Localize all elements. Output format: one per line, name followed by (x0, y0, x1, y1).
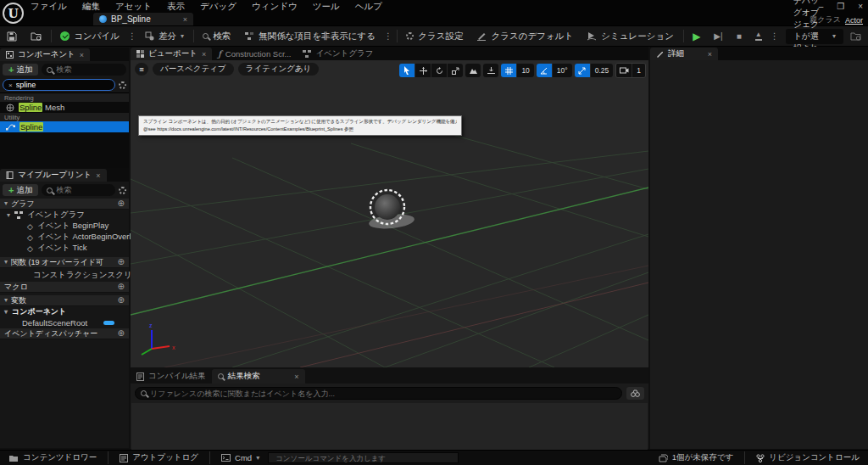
find-results-search-input[interactable] (150, 389, 616, 398)
menu-file[interactable]: ファイル (31, 1, 67, 13)
menu-window[interactable]: ウィンドウ (252, 1, 298, 13)
section-event-dispatchers[interactable]: イベントディスパッチャー ⊕ (0, 328, 129, 339)
tab-find-results[interactable]: 結果検索 × (212, 369, 305, 384)
my-blueprint-search[interactable] (42, 184, 115, 196)
select-tool-button[interactable] (399, 64, 415, 77)
viewport-menu-button[interactable]: ≡ (135, 63, 148, 76)
camera-speed-button[interactable] (616, 64, 632, 77)
browse-debug-object-button[interactable] (843, 26, 868, 46)
scale-snap-toggle-button[interactable] (575, 64, 590, 77)
tab-compile-results[interactable]: コンパイル結果 (131, 369, 212, 384)
camera-speed-value[interactable]: 1 (632, 64, 645, 77)
perspective-dropdown[interactable]: パースペクティブ (153, 63, 234, 76)
frame-skip-button[interactable]: ▶| (707, 26, 729, 46)
tab-components[interactable]: コンポーネント × (0, 48, 90, 61)
add-variable-button[interactable]: ⊕ (118, 296, 125, 305)
close-window-button[interactable]: × (858, 2, 863, 11)
section-variables[interactable]: ▾ 変数 ⊕ (0, 295, 129, 306)
revision-control-button[interactable]: リビジョンコントロール (748, 452, 868, 463)
menu-view[interactable]: 表示 (167, 1, 185, 13)
world-local-toggle-button[interactable] (465, 64, 481, 77)
play-button[interactable]: ▶ (686, 26, 707, 46)
add-blueprint-item-button[interactable]: + 追加 (3, 184, 38, 196)
class-settings-button[interactable]: クラス設定 (399, 26, 470, 46)
menu-edit[interactable]: 編集 (82, 1, 100, 13)
tree-item-event-graph[interactable]: ▾ イベントグラフ (0, 210, 129, 221)
menu-help[interactable]: ヘルプ (355, 1, 382, 13)
output-log-button[interactable]: アウトプットログ (111, 451, 207, 465)
grid-snap-value[interactable]: 10 (517, 64, 533, 77)
hide-unrelated-button[interactable]: 無関係な項目を非表示にする (237, 26, 382, 46)
close-icon[interactable]: × (96, 171, 100, 180)
console-command-field[interactable] (268, 452, 459, 463)
surface-snap-button[interactable] (483, 64, 498, 77)
play-options-button[interactable]: ⋮ (769, 31, 781, 41)
add-macro-button[interactable]: ⊕ (118, 283, 125, 291)
tree-item-event-beginplay[interactable]: ◇ イベント BeginPlay (0, 221, 129, 232)
maximize-button[interactable]: ❐ (837, 2, 844, 11)
stop-button[interactable]: ■ (730, 26, 748, 46)
close-icon[interactable]: × (183, 15, 187, 24)
simulation-button[interactable]: シミュレーション (580, 26, 681, 46)
add-function-button[interactable]: ⊕ (118, 258, 125, 266)
scale-snap-value[interactable]: 0.25 (591, 64, 614, 77)
add-component-button[interactable]: + 追加 (3, 64, 38, 76)
compile-button[interactable]: コンパイル (53, 26, 126, 46)
tab-event-graph[interactable]: イベントグラフ (297, 48, 379, 60)
view-mode-dropdown[interactable]: ライティングあり (238, 63, 320, 76)
tree-item-default-scene-root[interactable]: DefaultSceneRoot (0, 317, 129, 328)
find-results-search[interactable] (135, 387, 622, 400)
component-class-filter[interactable]: × (3, 79, 115, 91)
tree-item-event-tick[interactable]: ◇ イベント Tick (0, 243, 129, 254)
content-drawer-button[interactable]: コンテンツドロワー (0, 451, 105, 465)
my-blueprint-settings-gear-icon[interactable] (119, 187, 126, 194)
close-icon[interactable]: × (708, 50, 712, 59)
move-tool-button[interactable] (415, 64, 431, 77)
component-class-filter-input[interactable] (16, 81, 109, 89)
debug-object-dropdown[interactable]: デバッグオブジェクトが選択されていません ▾ (786, 29, 843, 44)
console-command-input[interactable] (274, 453, 453, 463)
tab-construction-script[interactable]: ƒ Construction Scr... (212, 48, 297, 60)
compile-options-button[interactable]: ⋮ (126, 31, 138, 41)
clear-filter-icon[interactable]: × (8, 81, 13, 89)
tree-item-event-actorbeginoverlap[interactable]: ◇ イベント ActorBeginOverlap (0, 232, 129, 243)
add-dispatcher-button[interactable]: ⊕ (118, 329, 125, 338)
menu-debug[interactable]: デバッグ (200, 1, 236, 13)
close-icon[interactable]: × (80, 51, 84, 59)
tab-viewport[interactable]: ビューポート × (131, 48, 212, 60)
browse-to-asset-button[interactable] (24, 26, 48, 46)
component-option-spline[interactable]: Spline (0, 121, 129, 132)
tab-details[interactable]: 詳細 × (650, 48, 718, 60)
section-functions[interactable]: ▾ 関数 (19 オーバーライド可 ⊕ (0, 257, 129, 268)
hide-unrelated-options-button[interactable]: ⋮ (382, 31, 394, 41)
tree-item-construction-script[interactable]: コンストラクションスクリプト (0, 268, 129, 282)
components-search[interactable] (42, 64, 126, 76)
class-defaults-button[interactable]: クラスのデフォルト (470, 26, 580, 46)
rotate-tool-button[interactable] (431, 64, 447, 77)
add-graph-button[interactable]: ⊕ (118, 199, 125, 208)
cmd-dropdown[interactable]: Cmd ▾ (213, 451, 268, 465)
menu-tools[interactable]: ツール (313, 1, 340, 13)
rotation-snap-toggle-button[interactable] (537, 64, 552, 77)
my-blueprint-search-input[interactable] (56, 186, 110, 194)
section-graphs[interactable]: ▾ グラフ ⊕ (0, 199, 129, 210)
tab-my-blueprint[interactable]: マイブループリント × (0, 169, 107, 182)
menu-asset[interactable]: アセット (115, 1, 152, 13)
close-icon[interactable]: × (202, 50, 206, 59)
viewport-3d[interactable]: x z ≡ パースペクティブ ライティングあり (131, 60, 648, 367)
parent-class-link[interactable]: Actor (845, 16, 863, 25)
unsaved-assets-button[interactable]: 1個が未保存です (650, 452, 742, 463)
components-search-input[interactable] (56, 65, 121, 74)
eject-button[interactable]: ▲ (748, 26, 769, 46)
save-button[interactable] (0, 26, 24, 46)
variable-category-components[interactable]: ▾ コンポーネント (0, 306, 129, 317)
close-icon[interactable]: × (294, 373, 298, 381)
filter-settings-gear-icon[interactable] (119, 81, 126, 89)
grid-snap-toggle-button[interactable] (501, 64, 516, 77)
scale-tool-button[interactable] (448, 64, 463, 77)
component-option-spline-mesh[interactable]: Spline Mesh (0, 102, 129, 113)
find-in-blueprints-button[interactable] (626, 387, 644, 400)
diff-button[interactable]: 差分 ▾ (138, 26, 191, 46)
asset-tab-bp-spline[interactable]: BP_Spline × (93, 13, 193, 25)
section-macros[interactable]: マクロ ⊕ (0, 282, 129, 293)
